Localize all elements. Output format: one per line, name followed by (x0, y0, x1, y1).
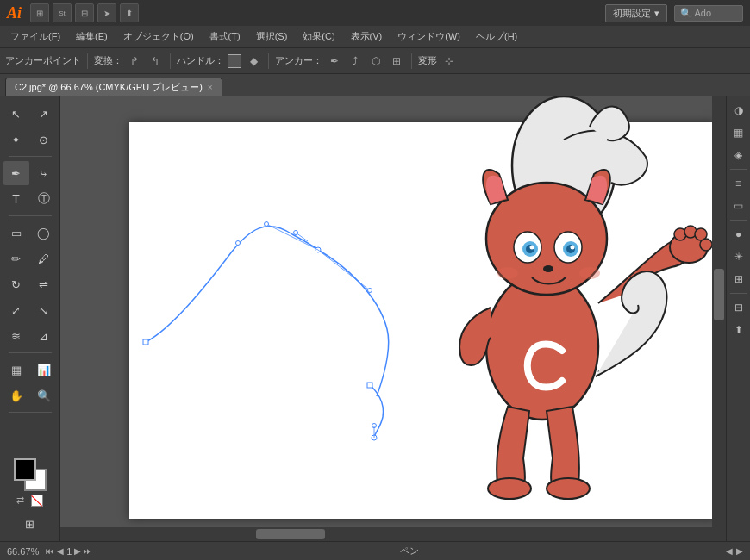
artboards-panel-btn[interactable]: ▭ (728, 196, 749, 216)
transform-label: 変形 (418, 54, 437, 67)
artboard-btn[interactable]: ⊞ (17, 512, 43, 536)
page-number: 1 (66, 546, 72, 557)
convert-smooth-btn[interactable]: ↰ (147, 53, 164, 70)
zoom-tool-btn[interactable]: 🔍 (31, 383, 57, 408)
direct-selection-tool-btn[interactable]: ↗ (31, 102, 57, 126)
shape-tools: ▭ ◯ (3, 221, 57, 245)
first-page-btn[interactable]: ⏮ (46, 546, 54, 556)
rotate-btn[interactable]: ↻ (3, 272, 29, 296)
current-tool-label: ペン (400, 545, 419, 556)
layers-panel-btn[interactable]: ≡ (728, 173, 749, 194)
export-btn[interactable]: ⬆ (728, 320, 749, 340)
warp-btn[interactable]: ≋ (3, 324, 29, 348)
handle-icon-btn[interactable]: ◆ (245, 53, 262, 70)
touch-type-btn[interactable]: Ⓣ (31, 187, 57, 211)
column-graph-btn[interactable]: 📊 (31, 358, 57, 382)
reflect-btn[interactable]: ⇌ (31, 272, 57, 296)
separator (87, 53, 88, 69)
swap-colors-icon[interactable]: ⇄ (16, 495, 28, 507)
blob-brush-btn[interactable]: 🖊 (31, 246, 57, 271)
separator3 (268, 53, 269, 69)
zoom-level: 66.67% (7, 546, 39, 557)
next-page-btn[interactable]: ▶ (74, 546, 81, 556)
warp-tools: ≋ ⊿ (3, 324, 57, 348)
pen-tool-btn[interactable]: ✒ (3, 161, 29, 185)
shear-btn[interactable]: ⤡ (31, 298, 57, 322)
gradient-panel-btn[interactable]: ▦ (728, 122, 749, 143)
arrow-icon-btn[interactable]: ➤ (97, 3, 116, 22)
rectangle-tool-btn[interactable]: ▭ (3, 221, 29, 245)
align-panel-btn[interactable]: ⊟ (728, 297, 749, 318)
prev-page-btn[interactable]: ◀ (57, 546, 64, 556)
menu-window[interactable]: ウィンドウ(W) (391, 28, 467, 46)
separator2 (170, 53, 171, 69)
page-navigation: ⏮ ◀ 1 ▶ ⏭ (46, 546, 92, 557)
vertical-scrollbar[interactable] (712, 96, 726, 527)
menu-type[interactable]: 書式(T) (203, 28, 247, 46)
type-tool-btn[interactable]: T (3, 187, 29, 211)
right-panel: ◑ ▦ ◈ ≡ ▭ ● ✳ ⊞ ⊟ ⬆ (726, 96, 750, 541)
left-toolbar: ↖ ↗ ✦ ⊙ ✒ ⤷ T Ⓣ ▭ ◯ ✏ 🖊 ↻ ⇌ ⤢ (0, 96, 60, 541)
none-color-icon[interactable] (31, 495, 43, 507)
anchor-select-btn[interactable]: ⬡ (367, 53, 384, 70)
curvature-btn[interactable]: ⤷ (31, 161, 57, 185)
last-page-btn[interactable]: ⏭ (84, 546, 92, 556)
optionsbar: アンカーポイント 変換： ↱ ↰ ハンドル： ◆ アンカー： ✒ ⤴ ⬡ ⊞ 変… (0, 48, 750, 74)
anchor-grid-btn[interactable]: ⊞ (388, 53, 405, 70)
grid-icon-btn[interactable]: ⊞ (30, 3, 49, 22)
menu-help[interactable]: ヘルプ(H) (469, 28, 524, 46)
status-arrows: ◀ ▶ (726, 546, 743, 556)
rp-separator-2 (730, 220, 747, 221)
chevron-down-icon: ▾ (654, 8, 659, 19)
convert-corner-btn[interactable]: ↱ (126, 53, 143, 70)
horizontal-scrollbar[interactable] (60, 527, 712, 541)
canvas-area[interactable]: 境界線 × (60, 96, 726, 541)
upload-icon-btn[interactable]: ⬆ (120, 3, 139, 22)
ellipse-tool-btn[interactable]: ◯ (31, 221, 57, 245)
horizontal-scrollbar-thumb[interactable] (256, 529, 325, 539)
selection-tool-btn[interactable]: ↖ (3, 102, 29, 126)
menu-view[interactable]: 表示(V) (344, 28, 390, 46)
graph-tools: ▦ 📊 (3, 358, 57, 382)
search-input[interactable]: 🔍 Ado (674, 5, 743, 22)
status-left-arrow[interactable]: ◀ (726, 546, 733, 556)
separator4 (411, 53, 412, 69)
tool-separator-4 (9, 412, 52, 413)
lasso-btn[interactable]: ⊙ (31, 128, 57, 152)
foreground-color-swatch[interactable] (14, 458, 36, 481)
artboard (129, 122, 716, 519)
bar-graph-btn[interactable]: ▦ (3, 358, 29, 382)
color-panel-btn[interactable]: ◑ (728, 100, 749, 121)
menu-edit[interactable]: 編集(E) (69, 28, 115, 46)
tool-separator-2 (9, 215, 52, 216)
menu-select[interactable]: 選択(S) (249, 28, 295, 46)
menu-file[interactable]: ファイル(F) (3, 28, 67, 46)
reshape-btn[interactable]: ⊿ (31, 324, 57, 348)
transform-icon[interactable]: ⊹ (441, 53, 458, 70)
menu-effect[interactable]: 効果(C) (296, 28, 341, 46)
document-tab[interactable]: C2.jpg* @ 66.67% (CMYK/GPU プレビュー) × (5, 78, 222, 96)
statusbar: 66.67% ⏮ ◀ 1 ▶ ⏭ ペン ◀ ▶ (0, 541, 750, 560)
type-tools: T Ⓣ (3, 187, 57, 211)
stroke-panel-btn[interactable]: ◈ (728, 145, 749, 165)
handle-square-btn[interactable] (228, 54, 241, 68)
tab-filename: C2.jpg* @ 66.67% (CMYK/GPU プレビュー) (15, 81, 203, 94)
hand-tool-btn[interactable]: ✋ (3, 383, 29, 408)
transform-panel-btn[interactable]: ⊞ (728, 269, 749, 289)
app-logo: Ai (7, 4, 22, 22)
menu-object[interactable]: オブジェクト(O) (116, 28, 201, 46)
scale-btn[interactable]: ⤢ (3, 298, 29, 322)
anchor-curve-btn[interactable]: ⤴ (347, 53, 364, 70)
vertical-scrollbar-thumb[interactable] (714, 269, 724, 320)
sun-effect-btn[interactable]: ✳ (728, 246, 749, 267)
layout-icon-btn[interactable]: ⊟ (75, 3, 94, 22)
convert-label: 変換： (94, 54, 122, 67)
bridge-icon-btn[interactable]: St (53, 3, 72, 22)
status-right-arrow[interactable]: ▶ (736, 546, 743, 556)
magic-wand-btn[interactable]: ✦ (3, 128, 29, 152)
paintbrush-btn[interactable]: ✏ (3, 246, 29, 271)
anchor-pen-btn[interactable]: ✒ (326, 53, 343, 70)
opacity-panel-btn[interactable]: ● (728, 224, 749, 245)
preset-button[interactable]: 初期設定 ▾ (605, 4, 667, 22)
tab-close-icon[interactable]: × (208, 83, 213, 92)
